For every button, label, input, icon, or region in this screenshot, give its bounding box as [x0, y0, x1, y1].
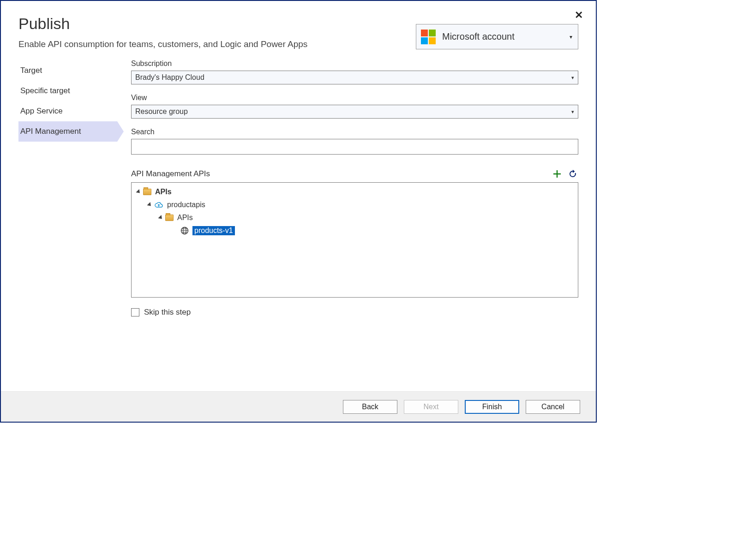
- microsoft-logo-icon: [421, 30, 436, 44]
- expander-icon[interactable]: [158, 215, 163, 221]
- subscription-label: Subscription: [131, 60, 578, 68]
- nav-item-specific-target[interactable]: Specific target: [18, 81, 117, 101]
- search-label: Search: [131, 128, 578, 136]
- account-label: Microsoft account: [442, 31, 515, 42]
- nav-item-app-service[interactable]: App Service: [18, 101, 117, 121]
- wizard-nav: Target Specific target App Service API M…: [18, 59, 117, 382]
- tree-node-label: APIs: [155, 188, 172, 196]
- folder-icon: [165, 215, 174, 221]
- expander-icon[interactable]: [147, 202, 152, 208]
- publish-dialog: ✕ Publish Enable API consumption for tea…: [0, 0, 597, 423]
- chevron-down-icon: ▾: [571, 109, 574, 115]
- chevron-down-icon: ▾: [570, 34, 572, 40]
- view-dropdown[interactable]: Resource group ▾: [131, 105, 578, 119]
- globe-icon: [180, 227, 189, 235]
- close-icon[interactable]: ✕: [575, 10, 583, 20]
- cancel-button[interactable]: Cancel: [526, 400, 580, 414]
- dialog-header: ✕ Publish Enable API consumption for tea…: [1, 1, 596, 49]
- next-button: Next: [404, 400, 458, 414]
- tree-node-folder[interactable]: APIs: [135, 211, 574, 224]
- account-dropdown[interactable]: Microsoft account ▾: [416, 24, 578, 49]
- apis-header-row: API Management APIs: [131, 168, 578, 179]
- tree-node-label: productapis: [167, 201, 205, 209]
- tree-node-service[interactable]: productapis: [135, 198, 574, 211]
- expander-icon[interactable]: [136, 189, 141, 195]
- search-input[interactable]: [131, 139, 578, 155]
- subscription-value: Brady's Happy Cloud: [135, 73, 204, 82]
- back-button[interactable]: Back: [343, 400, 397, 414]
- folder-icon: [143, 189, 151, 195]
- tree-node-api-selected[interactable]: products-v1: [135, 224, 574, 237]
- subscription-dropdown[interactable]: Brady's Happy Cloud ▾: [131, 71, 578, 84]
- finish-button[interactable]: Finish: [465, 400, 519, 414]
- nav-item-target[interactable]: Target: [18, 60, 117, 81]
- view-label: View: [131, 94, 578, 102]
- add-api-button[interactable]: [552, 168, 563, 179]
- skip-label: Skip this step: [144, 308, 191, 317]
- dialog-body: Target Specific target App Service API M…: [1, 49, 596, 391]
- tree-node-label: APIs: [177, 214, 193, 222]
- apis-section-label: API Management APIs: [131, 169, 210, 179]
- cloud-icon: [154, 202, 163, 208]
- form-panel: Subscription Brady's Happy Cloud ▾ View …: [117, 59, 578, 382]
- refresh-button[interactable]: [567, 168, 578, 179]
- plus-icon: [552, 169, 562, 179]
- tree-node-root[interactable]: APIs: [135, 185, 574, 198]
- nav-item-api-management[interactable]: API Management: [18, 121, 117, 142]
- chevron-down-icon: ▾: [571, 75, 574, 81]
- tree-node-label: products-v1: [192, 226, 235, 235]
- refresh-icon: [568, 169, 577, 179]
- dialog-footer: Back Next Finish Cancel: [1, 391, 596, 422]
- api-tree[interactable]: APIs productapis APIs: [131, 182, 578, 298]
- skip-this-step-checkbox[interactable]: Skip this step: [131, 308, 578, 317]
- view-value: Resource group: [135, 107, 188, 116]
- checkbox-icon[interactable]: [131, 308, 139, 316]
